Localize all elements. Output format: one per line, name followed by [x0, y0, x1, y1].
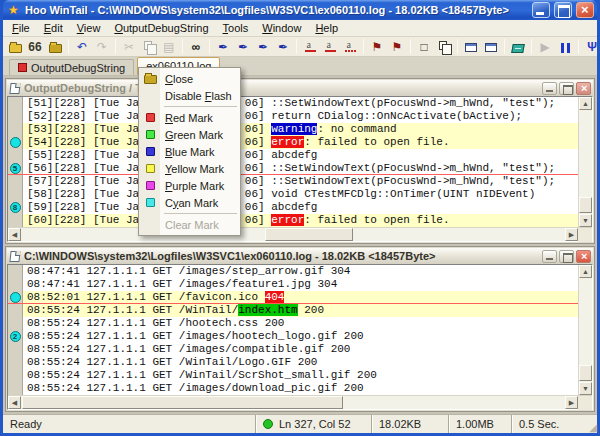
context-menu-item-clear-mark[interactable]: Clear Mark — [140, 216, 239, 233]
log-row[interactable]: [52][228] [Tue Jan 06] return CDialog::O… — [8, 110, 578, 123]
scroll-thumb[interactable] — [579, 365, 592, 381]
log-text: 08:47:41 127.1.1.1 GET /images/feature1.… — [23, 278, 578, 291]
scroll-left-arrow-icon[interactable] — [8, 396, 21, 409]
tab-outputdebugstring[interactable]: OutputDebugString — [9, 59, 134, 75]
next-underline-mark-button[interactable] — [320, 38, 340, 56]
panel-close-button[interactable] — [576, 82, 591, 95]
log-book-button[interactable] — [508, 38, 528, 56]
scroll-thumb[interactable] — [579, 197, 592, 213]
start-tail-button[interactable]: ▶ — [535, 38, 555, 56]
scroll-left-arrow-icon[interactable] — [8, 228, 21, 241]
copy-button[interactable] — [139, 38, 159, 56]
log-row[interactable]: [60][228] [Tue Jan 06] error: failed to … — [8, 214, 578, 227]
log-row[interactable]: 5[56][228] [Tue Jan 06] ::SetWindowText(… — [8, 162, 578, 175]
next-mark-button[interactable]: ✒ — [233, 38, 253, 56]
menu-bar: FileEditViewOutputDebugStringToolsWindow… — [3, 20, 597, 37]
prev-mark-button[interactable]: ✒ — [253, 38, 273, 56]
context-menu-item-purple-mark[interactable]: Purple Mark — [140, 177, 239, 194]
scroll-right-arrow-icon[interactable] — [565, 228, 578, 241]
outputdebugstring-panel-titlebar[interactable]: OutputDebugString / TRACE — [7, 80, 593, 96]
menu-edit[interactable]: Edit — [37, 21, 70, 35]
log-row[interactable]: 08:55:24 127.1.1.1 GET /hootech.css 200 — [8, 317, 578, 330]
capture-global-button[interactable] — [481, 38, 501, 56]
logfile-panel-titlebar[interactable]: C:\WINDOWS\system32\Logfiles\W3SVC1\ex06… — [7, 248, 593, 264]
log-row[interactable]: [51][228] [Tue Jan 06] ::SetWindowText(p… — [8, 97, 578, 110]
cut-button[interactable]: ✂ — [119, 38, 139, 56]
log-row[interactable]: 08:47:41 127.1.1.1 GET /images/step_arro… — [8, 265, 578, 278]
log-segment: 08:55:24 127.1.1.1 GET /images/hootech_l… — [27, 330, 364, 342]
log-row[interactable]: 08:55:24 127.1.1.1 GET /WinTail/ScrShot_… — [8, 369, 578, 382]
undo-button[interactable]: ↶ — [72, 38, 92, 56]
filter-icon: Ψ — [587, 40, 597, 54]
top-horizontal-scrollbar[interactable] — [8, 227, 592, 241]
prev-bookmark-button[interactable]: ⚑ — [367, 38, 387, 56]
top-vertical-scrollbar[interactable] — [578, 97, 592, 227]
context-menu-item-yellow-mark[interactable]: Yellow Mark — [140, 160, 239, 177]
marker-gutter: 2 — [8, 330, 23, 343]
bottom-horizontal-scrollbar[interactable] — [8, 395, 592, 409]
context-menu-item-red-mark[interactable]: Red Mark — [140, 109, 239, 126]
log-segment: index.htm — [238, 304, 297, 316]
minimize-button[interactable] — [532, 2, 550, 18]
paste-button[interactable]: ▤ — [159, 38, 179, 56]
outputdebugstring-window-button[interactable] — [461, 38, 481, 56]
log-row[interactable]: 08:55:24 127.1.1.1 GET /WinTail/index.ht… — [8, 304, 578, 317]
bottom-vertical-scrollbar[interactable] — [578, 265, 592, 395]
pause-tail-button[interactable] — [555, 38, 575, 56]
scroll-up-arrow-icon[interactable] — [579, 97, 592, 110]
log-row[interactable]: [54][228] [Tue Jan 06] error: failed to … — [8, 136, 578, 149]
panel-minimize-button[interactable] — [542, 82, 557, 95]
log-row[interactable]: 08:55:24 127.1.1.1 GET /WinTail/Logo.GIF… — [8, 356, 578, 369]
scroll-right-arrow-icon[interactable] — [565, 396, 578, 409]
menu-tools[interactable]: Tools — [216, 21, 256, 35]
log-text: [51][228] [Tue Jan 06] ::SetWindowText(p… — [23, 97, 578, 110]
scroll-down-arrow-icon[interactable] — [579, 214, 592, 227]
duplicate-view-button[interactable] — [434, 38, 454, 56]
find-button[interactable]: ∞ — [186, 38, 206, 56]
menu-outputdebugstring[interactable]: OutputDebugString — [107, 21, 215, 35]
filter-button[interactable]: Ψ — [582, 38, 600, 56]
log-row[interactable]: 08:47:41 127.1.1.1 GET /images/feature1.… — [8, 278, 578, 291]
menu-view[interactable]: View — [70, 21, 108, 35]
context-menu-item-disable-flash[interactable]: Disable Flash — [140, 87, 239, 104]
panel-minimize-button[interactable] — [542, 250, 557, 263]
scroll-thumb[interactable] — [22, 396, 343, 409]
menu-help[interactable]: Help — [308, 21, 345, 35]
scroll-thumb[interactable] — [265, 228, 353, 241]
new-view-button[interactable]: □ — [414, 38, 434, 56]
log-row[interactable]: [57][228] [Tue Jan 06] ::SetWindowText(p… — [8, 175, 578, 188]
panel-maximize-button[interactable] — [559, 250, 574, 263]
log-row[interactable]: 08:55:24 127.1.1.1 GET /images/compatibl… — [8, 343, 578, 356]
log-row[interactable]: 08:52:01 127.1.1.1 GET /favicon.ico 404 — [8, 291, 578, 304]
scroll-down-arrow-icon[interactable] — [579, 382, 592, 395]
context-menu-item-cyan-mark[interactable]: Cyan Mark — [140, 194, 239, 211]
context-menu-item-blue-mark[interactable]: Blue Mark — [140, 143, 239, 160]
clear-marks-button[interactable]: ✒ — [273, 38, 293, 56]
panel-close-button[interactable] — [576, 250, 591, 263]
log-row[interactable]: 8[59][228] [Tue Jan 06] abcdefg — [8, 201, 578, 214]
follow-tail-button[interactable]: 66 — [25, 38, 45, 56]
menu-file[interactable]: File — [5, 21, 37, 35]
close-button[interactable] — [576, 2, 594, 18]
log-row[interactable]: [53][228] [Tue Jan 06] warning: no comma… — [8, 123, 578, 136]
close-file-button[interactable] — [45, 38, 65, 56]
next-bookmark-button[interactable]: ⚑ — [387, 38, 407, 56]
add-mark-button[interactable]: ✒ — [213, 38, 233, 56]
clear-underline-marks-button[interactable] — [340, 38, 360, 56]
add-underline-mark-button[interactable] — [300, 38, 320, 56]
menu-window[interactable]: Window — [255, 21, 308, 35]
redo-button[interactable]: ↷ — [92, 38, 112, 56]
red-mark-icon — [140, 113, 160, 122]
context-menu-item-green-mark[interactable]: Green Mark — [140, 126, 239, 143]
context-menu-item-close[interactable]: Close — [140, 70, 239, 87]
log-row[interactable]: [55][228] [Tue Jan 06] abcdefg — [8, 149, 578, 162]
log-row[interactable]: 208:55:24 127.1.1.1 GET /images/hootech_… — [8, 330, 578, 343]
log-row[interactable]: [58][228] [Tue Jan 06] void CTestMFCDlg:… — [8, 188, 578, 201]
panel-maximize-button[interactable] — [559, 82, 574, 95]
resize-grip[interactable] — [583, 415, 597, 433]
maximize-button[interactable] — [554, 2, 572, 18]
scroll-up-arrow-icon[interactable] — [579, 265, 592, 278]
log-row[interactable]: 08:55:24 127.1.1.1 GET /images/download_… — [8, 382, 578, 395]
open-file-button[interactable] — [5, 38, 25, 56]
panel-window-buttons — [542, 250, 591, 263]
